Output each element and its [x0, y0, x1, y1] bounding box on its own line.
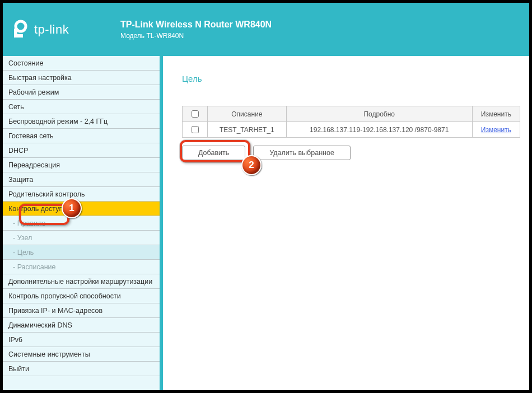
brand-logo: tp-link	[8, 18, 115, 41]
delete-button[interactable]: Удалить выбранное	[253, 146, 351, 160]
col-desc: Описание	[208, 106, 287, 122]
nav-sub-target[interactable]: Цель	[3, 245, 160, 260]
col-select	[183, 106, 208, 122]
tplink-icon	[8, 18, 31, 41]
nav-bandwidth[interactable]: Контроль пропускной способности	[3, 289, 160, 303]
nav-parental[interactable]: Родительский контроль	[3, 187, 160, 202]
nav-system-tools[interactable]: Системные инструменты	[3, 347, 160, 362]
nav-op-mode[interactable]: Рабочий режим	[3, 85, 160, 100]
nav-wireless[interactable]: Беспроводной режим - 2,4 ГГц	[3, 114, 160, 129]
nav-ipv6[interactable]: IPv6	[3, 333, 160, 347]
nav-sub-rule[interactable]: Правило	[3, 216, 160, 231]
nav-sub-schedule[interactable]: Расписание	[3, 260, 160, 274]
nav-network[interactable]: Сеть	[3, 100, 160, 114]
product-title: TP-Link Wireless N Router WR840N	[120, 20, 272, 30]
nav-dhcp[interactable]: DHCP	[3, 143, 160, 158]
add-button[interactable]: Добавить	[182, 146, 245, 160]
product-model: Модель TL-WR840N	[120, 32, 272, 40]
nav-ddns[interactable]: Динамический DNS	[3, 318, 160, 333]
brand-text: tp-link	[34, 22, 69, 37]
col-edit: Изменить	[472, 106, 520, 122]
nav-routing[interactable]: Дополнительные настройки маршрутизации	[3, 274, 160, 289]
nav-guest[interactable]: Гостевая сеть	[3, 129, 160, 143]
content-pane: Цель Описание Подробно Изменить	[160, 56, 529, 390]
table-row: TEST_TARHET_1 192.168.137.119-192.168.13…	[183, 122, 520, 138]
nav-security[interactable]: Защита	[3, 172, 160, 187]
row-detail: 192.168.137.119-192.168.137.120 /9870-98…	[286, 122, 472, 138]
header: tp-link TP-Link Wireless N Router WR840N…	[3, 3, 529, 56]
page-title: Цель	[163, 56, 529, 83]
sidebar: Состояние Быстрая настройка Рабочий режи…	[3, 56, 160, 390]
col-detail: Подробно	[286, 106, 472, 122]
targets-table: Описание Подробно Изменить TEST_TARHET_1…	[182, 106, 520, 138]
select-all-checkbox[interactable]	[192, 110, 199, 118]
nav-sub-host[interactable]: Узел	[3, 231, 160, 245]
nav-logout[interactable]: Выйти	[3, 362, 160, 376]
row-desc: TEST_TARHET_1	[208, 122, 287, 138]
row-checkbox[interactable]	[192, 126, 199, 133]
nav-access-control[interactable]: Контроль доступа	[3, 202, 160, 216]
nav-forwarding[interactable]: Переадресация	[3, 158, 160, 172]
nav-status[interactable]: Состояние	[3, 56, 160, 71]
nav-quick-setup[interactable]: Быстрая настройка	[3, 71, 160, 85]
svg-rect-2	[14, 34, 23, 38]
row-edit-link[interactable]: Изменить	[481, 126, 511, 134]
nav-ip-mac[interactable]: Привязка IP- и MAC-адресов	[3, 303, 160, 318]
